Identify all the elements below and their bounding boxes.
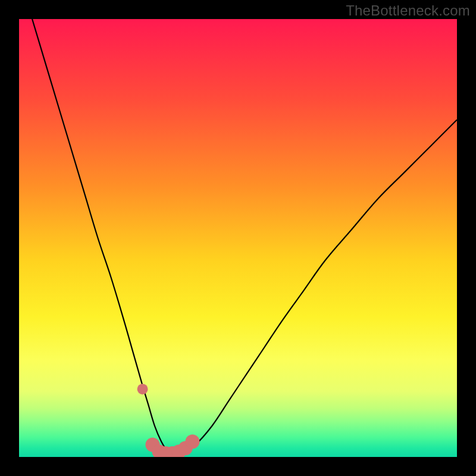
watermark-label: TheBottleneck.com (346, 2, 470, 19)
chart-frame: TheBottleneck.com (0, 0, 476, 476)
gradient-background (19, 19, 457, 457)
plot-area (19, 19, 457, 457)
highlight-dot (185, 434, 199, 449)
highlight-dot (137, 384, 148, 394)
bottleneck-chart (19, 19, 457, 457)
